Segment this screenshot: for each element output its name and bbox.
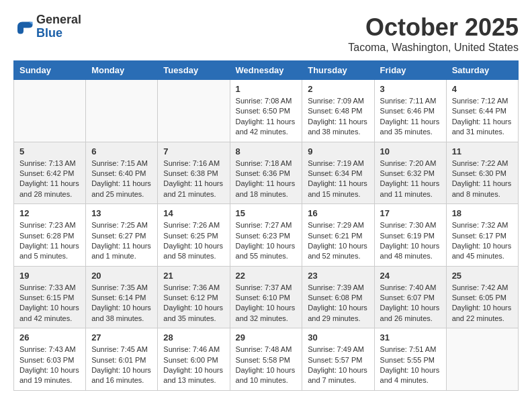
day-number: 21 bbox=[163, 271, 224, 281]
calendar-cell: 27 Sunrise: 7:45 AM Sunset: 6:01 PM Dayl… bbox=[86, 328, 158, 391]
calendar-cell: 3 Sunrise: 7:11 AM Sunset: 6:46 PM Dayli… bbox=[374, 80, 446, 142]
day-number: 13 bbox=[91, 208, 152, 218]
logo-blue: Blue bbox=[36, 27, 81, 40]
day-info: Sunrise: 7:48 AM Sunset: 5:58 PM Dayligh… bbox=[236, 345, 296, 384]
day-info: Sunrise: 7:32 AM Sunset: 6:17 PM Dayligh… bbox=[452, 221, 512, 260]
calendar-week-row: 26 Sunrise: 7:43 AM Sunset: 6:03 PM Dayl… bbox=[14, 328, 519, 391]
calendar-cell: 9 Sunrise: 7:19 AM Sunset: 6:34 PM Dayli… bbox=[302, 142, 374, 204]
day-number: 17 bbox=[380, 208, 441, 218]
calendar-cell: 30 Sunrise: 7:49 AM Sunset: 5:57 PM Dayl… bbox=[302, 328, 374, 391]
day-number: 14 bbox=[163, 208, 224, 218]
day-info: Sunrise: 7:40 AM Sunset: 6:07 PM Dayligh… bbox=[380, 283, 440, 322]
day-number: 31 bbox=[380, 332, 441, 342]
calendar-cell bbox=[14, 80, 86, 142]
calendar-cell: 6 Sunrise: 7:15 AM Sunset: 6:40 PM Dayli… bbox=[86, 142, 158, 204]
day-info: Sunrise: 7:22 AM Sunset: 6:30 PM Dayligh… bbox=[452, 159, 512, 198]
day-info: Sunrise: 7:33 AM Sunset: 6:15 PM Dayligh… bbox=[19, 283, 79, 322]
logo-icon bbox=[13, 17, 34, 37]
day-info: Sunrise: 7:27 AM Sunset: 6:23 PM Dayligh… bbox=[236, 221, 296, 260]
page-header: General Blue October 2025 Tacoma, Washin… bbox=[13, 13, 519, 54]
day-info: Sunrise: 7:49 AM Sunset: 5:57 PM Dayligh… bbox=[308, 345, 367, 384]
calendar-table: SundayMondayTuesdayWednesdayThursdayFrid… bbox=[13, 60, 519, 391]
day-info: Sunrise: 7:42 AM Sunset: 6:05 PM Dayligh… bbox=[452, 283, 512, 322]
calendar-cell: 20 Sunrise: 7:35 AM Sunset: 6:14 PM Dayl… bbox=[86, 266, 158, 328]
calendar-week-row: 12 Sunrise: 7:23 AM Sunset: 6:28 PM Dayl… bbox=[14, 204, 519, 267]
day-number: 4 bbox=[452, 84, 513, 94]
day-number: 5 bbox=[19, 146, 80, 156]
calendar-cell: 1 Sunrise: 7:08 AM Sunset: 6:50 PM Dayli… bbox=[230, 80, 302, 142]
calendar-cell: 23 Sunrise: 7:39 AM Sunset: 6:08 PM Dayl… bbox=[302, 266, 374, 328]
day-number: 24 bbox=[380, 271, 441, 281]
day-info: Sunrise: 7:35 AM Sunset: 6:14 PM Dayligh… bbox=[91, 283, 151, 322]
day-number: 8 bbox=[236, 146, 297, 156]
calendar-cell: 11 Sunrise: 7:22 AM Sunset: 6:30 PM Dayl… bbox=[446, 142, 518, 204]
day-info: Sunrise: 7:16 AM Sunset: 6:38 PM Dayligh… bbox=[163, 159, 223, 198]
logo-general: General bbox=[36, 13, 81, 27]
day-info: Sunrise: 7:13 AM Sunset: 6:42 PM Dayligh… bbox=[19, 159, 79, 198]
day-number: 11 bbox=[452, 146, 513, 156]
calendar-cell: 2 Sunrise: 7:09 AM Sunset: 6:48 PM Dayli… bbox=[302, 80, 374, 142]
day-number: 1 bbox=[236, 84, 297, 94]
calendar-cell: 14 Sunrise: 7:26 AM Sunset: 6:25 PM Dayl… bbox=[158, 204, 230, 267]
calendar-cell: 5 Sunrise: 7:13 AM Sunset: 6:42 PM Dayli… bbox=[14, 142, 86, 204]
day-info: Sunrise: 7:39 AM Sunset: 6:08 PM Dayligh… bbox=[308, 283, 367, 322]
logo: General Blue bbox=[13, 13, 81, 40]
day-number: 2 bbox=[308, 84, 368, 94]
day-info: Sunrise: 7:18 AM Sunset: 6:36 PM Dayligh… bbox=[236, 159, 296, 198]
day-info: Sunrise: 7:30 AM Sunset: 6:19 PM Dayligh… bbox=[380, 221, 440, 260]
weekday-header-thursday: Thursday bbox=[302, 61, 374, 80]
title-area: October 2025 Tacoma, Washington, United … bbox=[348, 13, 519, 54]
day-number: 20 bbox=[91, 271, 152, 281]
day-number: 28 bbox=[163, 332, 224, 342]
day-number: 18 bbox=[452, 208, 513, 218]
day-number: 27 bbox=[91, 332, 152, 342]
month-title: October 2025 bbox=[348, 13, 519, 42]
day-number: 16 bbox=[308, 208, 368, 218]
day-number: 7 bbox=[163, 146, 224, 156]
calendar-cell: 22 Sunrise: 7:37 AM Sunset: 6:10 PM Dayl… bbox=[230, 266, 302, 328]
day-info: Sunrise: 7:23 AM Sunset: 6:28 PM Dayligh… bbox=[19, 221, 79, 260]
calendar-cell: 31 Sunrise: 7:51 AM Sunset: 5:55 PM Dayl… bbox=[374, 328, 446, 391]
calendar-cell: 7 Sunrise: 7:16 AM Sunset: 6:38 PM Dayli… bbox=[158, 142, 230, 204]
day-number: 23 bbox=[308, 271, 368, 281]
calendar-cell bbox=[446, 328, 518, 391]
calendar-cell: 28 Sunrise: 7:46 AM Sunset: 6:00 PM Dayl… bbox=[158, 328, 230, 391]
day-info: Sunrise: 7:26 AM Sunset: 6:25 PM Dayligh… bbox=[163, 221, 223, 260]
day-info: Sunrise: 7:25 AM Sunset: 6:27 PM Dayligh… bbox=[91, 221, 151, 260]
calendar-cell: 12 Sunrise: 7:23 AM Sunset: 6:28 PM Dayl… bbox=[14, 204, 86, 267]
calendar-cell: 29 Sunrise: 7:48 AM Sunset: 5:58 PM Dayl… bbox=[230, 328, 302, 391]
calendar-week-row: 1 Sunrise: 7:08 AM Sunset: 6:50 PM Dayli… bbox=[14, 80, 519, 142]
weekday-header-wednesday: Wednesday bbox=[230, 61, 302, 80]
calendar-cell: 10 Sunrise: 7:20 AM Sunset: 6:32 PM Dayl… bbox=[374, 142, 446, 204]
day-info: Sunrise: 7:51 AM Sunset: 5:55 PM Dayligh… bbox=[380, 345, 440, 384]
calendar-cell: 26 Sunrise: 7:43 AM Sunset: 6:03 PM Dayl… bbox=[14, 328, 86, 391]
day-info: Sunrise: 7:20 AM Sunset: 6:32 PM Dayligh… bbox=[380, 159, 440, 198]
calendar-cell: 4 Sunrise: 7:12 AM Sunset: 6:44 PM Dayli… bbox=[446, 80, 518, 142]
calendar-cell: 21 Sunrise: 7:36 AM Sunset: 6:12 PM Dayl… bbox=[158, 266, 230, 328]
day-number: 12 bbox=[19, 208, 80, 218]
calendar-cell: 15 Sunrise: 7:27 AM Sunset: 6:23 PM Dayl… bbox=[230, 204, 302, 267]
weekday-header-monday: Monday bbox=[86, 61, 158, 80]
day-info: Sunrise: 7:37 AM Sunset: 6:10 PM Dayligh… bbox=[236, 283, 296, 322]
day-number: 10 bbox=[380, 146, 441, 156]
day-number: 3 bbox=[380, 84, 441, 94]
day-number: 19 bbox=[19, 271, 80, 281]
location-title: Tacoma, Washington, United States bbox=[348, 42, 519, 54]
day-info: Sunrise: 7:43 AM Sunset: 6:03 PM Dayligh… bbox=[19, 345, 79, 384]
day-info: Sunrise: 7:12 AM Sunset: 6:44 PM Dayligh… bbox=[452, 97, 512, 136]
day-number: 30 bbox=[308, 332, 368, 342]
calendar-cell: 24 Sunrise: 7:40 AM Sunset: 6:07 PM Dayl… bbox=[374, 266, 446, 328]
day-number: 26 bbox=[19, 332, 80, 342]
calendar-cell: 16 Sunrise: 7:29 AM Sunset: 6:21 PM Dayl… bbox=[302, 204, 374, 267]
day-info: Sunrise: 7:29 AM Sunset: 6:21 PM Dayligh… bbox=[308, 221, 367, 260]
calendar-cell: 13 Sunrise: 7:25 AM Sunset: 6:27 PM Dayl… bbox=[86, 204, 158, 267]
day-info: Sunrise: 7:15 AM Sunset: 6:40 PM Dayligh… bbox=[91, 159, 151, 198]
day-number: 25 bbox=[452, 271, 513, 281]
day-number: 29 bbox=[236, 332, 297, 342]
weekday-header-sunday: Sunday bbox=[14, 61, 86, 80]
calendar-cell bbox=[86, 80, 158, 142]
calendar-week-row: 5 Sunrise: 7:13 AM Sunset: 6:42 PM Dayli… bbox=[14, 142, 519, 204]
day-info: Sunrise: 7:09 AM Sunset: 6:48 PM Dayligh… bbox=[308, 97, 367, 136]
calendar-cell: 19 Sunrise: 7:33 AM Sunset: 6:15 PM Dayl… bbox=[14, 266, 86, 328]
weekday-header-friday: Friday bbox=[374, 61, 446, 80]
